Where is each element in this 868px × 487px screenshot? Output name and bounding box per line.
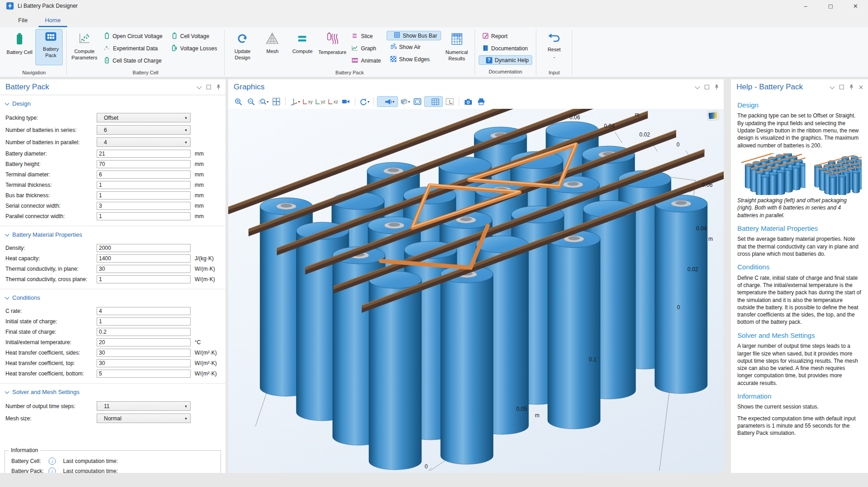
battery-height-input[interactable] bbox=[97, 160, 191, 168]
axis-tick: 0.02 bbox=[639, 131, 650, 138]
section-conditions-header[interactable]: Conditions bbox=[0, 294, 226, 301]
field-label: Serial connector width: bbox=[0, 203, 97, 209]
htc-sides-input[interactable] bbox=[97, 349, 191, 357]
info-icon[interactable]: i bbox=[49, 468, 56, 473]
c-rate-input[interactable] bbox=[97, 307, 191, 315]
parallel-connector-width-input[interactable] bbox=[97, 212, 191, 220]
panel-float-icon[interactable] bbox=[704, 84, 710, 90]
ribbon-group-battery-pack: Update Design Mesh Compute bbox=[226, 27, 473, 77]
mesh-button[interactable]: Mesh bbox=[258, 29, 286, 69]
rotate-icon[interactable]: ▾ bbox=[358, 96, 370, 107]
dynamic-help-button[interactable]: ? Dynamic Help bbox=[479, 55, 533, 65]
series-count-select[interactable]: 6▾ bbox=[97, 125, 191, 135]
htc-top-input[interactable] bbox=[97, 359, 191, 367]
serial-connector-width-input[interactable] bbox=[97, 202, 191, 210]
show-air-button[interactable]: Show Air bbox=[387, 42, 441, 53]
initial-temperature-input[interactable] bbox=[97, 338, 191, 346]
close-button[interactable]: ✕ bbox=[843, 0, 868, 12]
show-bus-bar-button[interactable]: Show Bus Bar bbox=[387, 31, 441, 40]
numerical-results-button[interactable]: Numerical Results bbox=[443, 29, 471, 69]
conductivity-cross-plane-input[interactable] bbox=[97, 275, 191, 283]
field-row: Thermal conductivity, cross plane:W/(m·K… bbox=[0, 274, 226, 284]
heat-capacity-input[interactable] bbox=[97, 254, 191, 263]
htc-bottom-input[interactable] bbox=[97, 370, 191, 378]
zoom-extents-icon[interactable] bbox=[270, 96, 282, 107]
show-frame-icon[interactable] bbox=[412, 96, 423, 107]
terminal-diameter-input[interactable] bbox=[97, 170, 191, 179]
scene-thumbnail-icon[interactable] bbox=[707, 111, 718, 120]
snapshot-camera-icon[interactable] bbox=[462, 96, 474, 107]
graphics-viewport[interactable]: m 0.06 0.04 0.02 0 0.06 0.04 m 0.02 0 0.… bbox=[228, 109, 724, 473]
report-button[interactable]: Report bbox=[479, 31, 533, 42]
default-view-camera-icon[interactable] bbox=[340, 96, 352, 107]
battery-pack-button[interactable]: Battery Pack bbox=[35, 29, 63, 65]
documentation-button[interactable]: Documentation bbox=[479, 43, 533, 54]
tab-file[interactable]: File bbox=[12, 14, 34, 27]
print-icon[interactable] bbox=[475, 96, 487, 107]
unit-label: W/(m·K) bbox=[195, 276, 215, 282]
panel-menu-icon[interactable] bbox=[829, 84, 835, 90]
panel-menu-icon[interactable] bbox=[695, 84, 700, 90]
density-input[interactable] bbox=[97, 244, 191, 252]
compute-parameters-button[interactable]: Compute Parameters bbox=[70, 29, 98, 69]
book-icon bbox=[482, 45, 489, 53]
graph-button[interactable]: Graph bbox=[348, 43, 384, 54]
help-panel-header: Help - Battery Pack bbox=[731, 79, 868, 95]
axis-unit-right: m bbox=[708, 236, 713, 242]
temperature-button[interactable]: Temperature bbox=[318, 29, 346, 69]
panel-float-icon[interactable] bbox=[206, 84, 211, 90]
panel-close-icon[interactable] bbox=[858, 84, 863, 90]
show-grid-icon[interactable] bbox=[424, 96, 443, 107]
cell-voltage-button[interactable]: Cell Voltage bbox=[168, 31, 221, 42]
conductivity-in-plane-input[interactable] bbox=[97, 265, 191, 273]
bus-bar-thickness-input[interactable] bbox=[97, 191, 191, 200]
output-time-steps-select[interactable]: 11▾ bbox=[97, 401, 191, 411]
section-material-header[interactable]: Battery Material Properties bbox=[0, 231, 226, 238]
transparency-icon[interactable]: ▾ bbox=[377, 96, 398, 107]
animate-button[interactable]: Animate bbox=[348, 55, 384, 66]
zoom-out-icon[interactable] bbox=[245, 96, 257, 107]
panel-pin-icon[interactable] bbox=[216, 84, 221, 90]
panel-pin-icon[interactable] bbox=[848, 84, 854, 90]
section-solver-header[interactable]: Solver and Mesh Settings bbox=[0, 389, 226, 395]
help-design-heading: Design bbox=[737, 101, 862, 110]
zoom-box-icon[interactable]: ▾ bbox=[258, 96, 270, 107]
view-yz-label: yz bbox=[321, 99, 325, 104]
final-soc-input[interactable] bbox=[97, 328, 191, 336]
mesh-size-select[interactable]: Normal▾ bbox=[97, 414, 191, 423]
show-edges-button[interactable]: Show Edges bbox=[387, 54, 441, 65]
minimize-button[interactable]: – bbox=[793, 0, 818, 12]
battery-diameter-input[interactable] bbox=[97, 150, 191, 158]
undo-icon bbox=[547, 32, 561, 45]
select-value: 6 bbox=[104, 127, 107, 133]
axis-indicator-icon[interactable] bbox=[444, 96, 456, 107]
experimental-data-button[interactable]: Experimental Data bbox=[100, 43, 166, 54]
view-xz-icon[interactable]: xz bbox=[327, 96, 339, 107]
view-yz-icon[interactable]: yz bbox=[314, 96, 326, 107]
view-xy-icon[interactable]: xy bbox=[302, 96, 314, 107]
compute-button[interactable]: Compute bbox=[288, 29, 316, 69]
reset-button[interactable]: Reset ⌄ bbox=[540, 29, 568, 69]
info-icon[interactable]: i bbox=[49, 458, 56, 465]
scene-light-icon[interactable]: ▾ bbox=[399, 96, 411, 107]
packing-type-select[interactable]: Offset▾ bbox=[97, 113, 191, 122]
voltage-losses-button[interactable]: Voltage Losses bbox=[168, 43, 221, 54]
panel-pin-icon[interactable] bbox=[714, 84, 719, 90]
reset-dropdown-icon[interactable]: ⌄ bbox=[553, 55, 556, 59]
parallel-count-select[interactable]: 4▾ bbox=[97, 137, 191, 147]
tab-home[interactable]: Home bbox=[39, 14, 67, 27]
battery-cell-button[interactable]: Battery Cell bbox=[5, 29, 34, 69]
cell-state-of-charge-button[interactable]: Cell State of Charge bbox=[100, 55, 166, 66]
panel-float-icon[interactable] bbox=[839, 84, 844, 90]
panel-menu-icon[interactable] bbox=[196, 84, 202, 90]
orientation-axes-icon[interactable]: ▾ bbox=[289, 96, 301, 107]
zoom-in-icon[interactable] bbox=[232, 96, 244, 107]
slice-button[interactable]: Slice bbox=[348, 31, 384, 42]
update-design-button[interactable]: Update Design bbox=[228, 29, 256, 69]
initial-soc-input[interactable] bbox=[97, 317, 191, 326]
maximize-button[interactable]: ◻ bbox=[818, 0, 843, 12]
terminal-thickness-input[interactable] bbox=[97, 181, 191, 189]
open-circuit-voltage-button[interactable]: Open Circuit Voltage bbox=[100, 31, 166, 42]
field-label: Packing type: bbox=[0, 115, 97, 121]
section-design-header[interactable]: Design bbox=[0, 100, 226, 107]
